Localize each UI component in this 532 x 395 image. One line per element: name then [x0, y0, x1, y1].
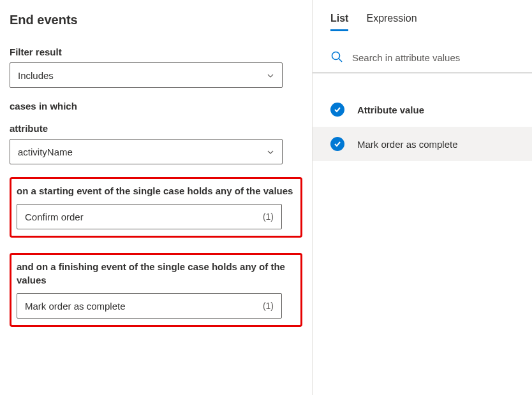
- finishing-event-field[interactable]: Mark order as complete (1): [17, 293, 282, 319]
- search-icon: [330, 50, 343, 65]
- attribute-select[interactable]: activityName: [10, 139, 283, 164]
- cases-in-which-label: cases in which: [10, 101, 302, 111]
- attribute-value-header-text: Attribute value: [357, 104, 424, 115]
- chevron-down-icon: [267, 148, 274, 155]
- starting-event-label: on a starting event of the single case h…: [17, 184, 295, 198]
- page-title: End events: [10, 13, 302, 27]
- list-item-label: Mark order as complete: [357, 139, 458, 150]
- search-row: [313, 50, 532, 73]
- starting-event-group: on a starting event of the single case h…: [10, 177, 302, 238]
- check-icon: [330, 137, 344, 151]
- tabs: List Expression: [313, 13, 532, 31]
- finishing-event-value: Mark order as complete: [25, 301, 126, 312]
- attribute-value-list: Attribute value Mark order as complete: [313, 92, 532, 161]
- tab-expression[interactable]: Expression: [366, 13, 417, 31]
- starting-event-value: Confirm order: [25, 212, 84, 222]
- right-panel: List Expression Attribute value Mark ord…: [313, 0, 532, 395]
- filter-result-select[interactable]: Includes: [10, 62, 283, 88]
- starting-event-count: (1): [263, 212, 274, 222]
- attribute-value: activityName: [18, 147, 73, 157]
- filter-result-value: Includes: [18, 70, 54, 81]
- starting-event-field[interactable]: Confirm order (1): [17, 204, 282, 229]
- attribute-value-header[interactable]: Attribute value: [313, 92, 532, 127]
- search-input[interactable]: [352, 52, 514, 63]
- finishing-event-label: and on a finishing event of the single c…: [17, 260, 295, 287]
- tab-list[interactable]: List: [330, 13, 348, 31]
- attribute-label: attribute: [10, 123, 302, 134]
- finishing-event-group: and on a finishing event of the single c…: [10, 253, 302, 327]
- svg-line-1: [339, 59, 342, 62]
- chevron-down-icon: [267, 71, 274, 79]
- list-item[interactable]: Mark order as complete: [313, 127, 532, 161]
- left-panel: End events Filter result Includes cases …: [0, 0, 313, 395]
- check-icon: [330, 103, 344, 117]
- filter-result-label: Filter result: [10, 47, 302, 57]
- finishing-event-count: (1): [263, 301, 274, 311]
- svg-point-0: [332, 52, 340, 60]
